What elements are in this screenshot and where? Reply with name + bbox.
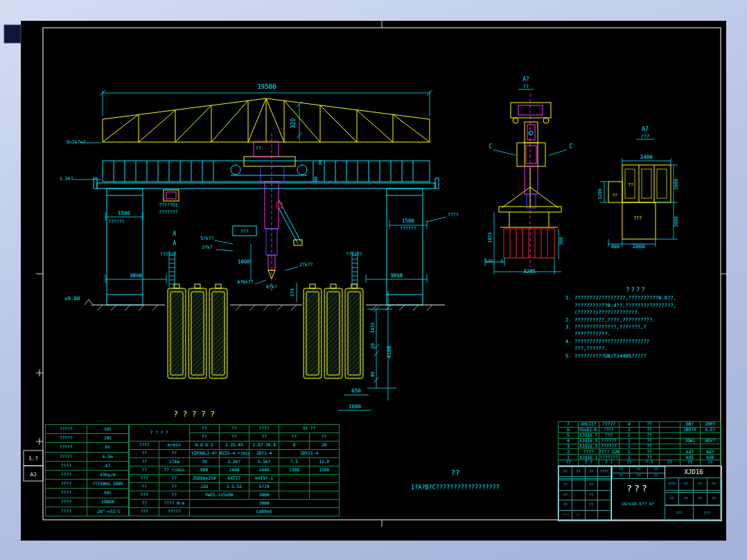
table-cell: 6.5? (700, 427, 720, 432)
table-cell: ?? (189, 425, 219, 433)
table-cell: ?? (700, 460, 720, 466)
table-cell: 1 (559, 455, 579, 460)
table-cell: ?? (309, 433, 339, 441)
table-cell (279, 491, 309, 500)
dim-label: 4168 (386, 345, 392, 358)
dim-label: A? (522, 76, 529, 82)
table-cell: 190kN (87, 498, 129, 507)
dim-label: 1455 (370, 322, 376, 333)
dim-label: 3898 (130, 272, 143, 279)
dim-label: 3?k? (202, 245, 213, 250)
table-cell: ???? (249, 425, 279, 433)
note-line: 1. ?????????????????,??????????0.8??, (565, 295, 707, 301)
table-cell: ?? (585, 500, 598, 510)
table-cell: ?? (613, 467, 630, 473)
dim-label: 650 (351, 387, 361, 394)
table-cell: ?? (647, 467, 665, 473)
table-cell: ?? (665, 493, 679, 505)
table-cell: 0DY? (700, 438, 720, 444)
table-cell: 4 (619, 422, 639, 428)
table-cell: J000 (189, 500, 339, 508)
dim-label: A (173, 240, 177, 247)
table-cell: ???? (130, 441, 159, 450)
table-cell: ???? (46, 461, 87, 470)
table-cell: ??? (693, 506, 721, 520)
table-cell: 10t (87, 434, 129, 443)
notes-lines: 1. ?????????????????,??????????0.8??, ??… (565, 295, 707, 360)
dim-label: 4?6k?? (237, 279, 254, 285)
table-cell: ???? (665, 478, 679, 491)
table-cell: ?? (219, 425, 249, 433)
dim-label: ?????? (346, 252, 362, 257)
table-cell: 1.97-39.4 (249, 441, 279, 450)
table-cell: ??? (130, 475, 159, 483)
dim-label: ?????? (400, 226, 416, 231)
dim-label: C (570, 143, 573, 150)
table-cell: ???? (46, 489, 87, 498)
table-cell: ???? (46, 498, 87, 507)
table-cell: ?????? (599, 438, 619, 444)
dim-label: 800 (611, 244, 619, 250)
dim-label: ??? (240, 229, 249, 234)
table-cell (660, 422, 680, 428)
table-cell: ??? (599, 432, 619, 438)
table-cell: 1380 (309, 466, 339, 475)
table-cell: ?? (619, 460, 639, 466)
table-cell (700, 432, 720, 438)
dim-label: 2000 (674, 179, 679, 190)
table-cell: kd? (680, 449, 700, 455)
dim-label: ?? (256, 146, 261, 151)
table-cell: ?? (679, 478, 693, 491)
table-cell: XJQ16.3 (579, 444, 599, 449)
table-cell: M22S-4 r/min (219, 450, 249, 458)
dim-label: 9x1k?=? (67, 139, 85, 145)
table-cell: ?? (630, 467, 647, 473)
dim-label: ?? (612, 193, 617, 198)
table-cell: ???? (598, 467, 611, 477)
table-cell: 3 (559, 444, 579, 449)
dim-label: 1.? (28, 455, 38, 462)
dim-label: 3 (500, 259, 503, 264)
dim-label: ?? (523, 84, 529, 89)
dim-label: ??? (641, 134, 650, 139)
table-cell: ??? (665, 506, 694, 520)
note-line: 4. ????????????????????????? (565, 338, 707, 345)
dim-label: 320 (290, 119, 297, 129)
dim-label: ?????? (160, 252, 177, 257)
table-cell: ?? (640, 422, 660, 428)
table-cell (598, 480, 611, 490)
table-cell: 43kg/m (87, 470, 129, 479)
table-cell: ???? N-m (159, 500, 189, 508)
table-cell: KAT9?-1 (249, 475, 279, 483)
table-cell: ????? (46, 434, 87, 443)
table-cell: KAT77 (219, 475, 249, 483)
table-cell (660, 455, 680, 460)
table-cell: ?? (559, 500, 572, 510)
table-cell: 900 (189, 466, 219, 475)
table-cell: Y6x0J-0-0-0J (579, 427, 599, 432)
dim-label: ?????5t (159, 202, 177, 208)
dim-label: 3285 (523, 268, 536, 274)
dim-label: 1200 (597, 189, 603, 200)
table-cell: 3.5.52 (219, 483, 249, 491)
table-cell: 2.25-45 (219, 441, 249, 450)
dim-label: A (319, 160, 322, 166)
table-cell (680, 432, 700, 438)
drawing-number: XJD16 (665, 466, 722, 478)
table-cell (700, 444, 720, 449)
table-cell: ?? (660, 460, 680, 466)
table-cell: YZP90L2-4? (189, 450, 219, 458)
table-cell: ???? GJN-5-10 (599, 449, 619, 455)
table-cell: ???50Hz 380V (87, 480, 129, 489)
table-cell: kd5 (680, 455, 700, 460)
drawing-title: ??? (611, 483, 665, 493)
title-block-scale-grid: ?????????????????? (665, 478, 721, 505)
dim-label: 1.26? (60, 176, 73, 182)
table-cell: ?? (707, 493, 721, 505)
title-block-sheet-grid: ?????? (665, 505, 721, 520)
table-cell: m/min (159, 441, 189, 450)
dim-label: 300 (559, 237, 564, 245)
dim-label: 1000 (238, 259, 251, 265)
dim-label: ?????? (108, 219, 125, 225)
table-cell (680, 444, 700, 449)
